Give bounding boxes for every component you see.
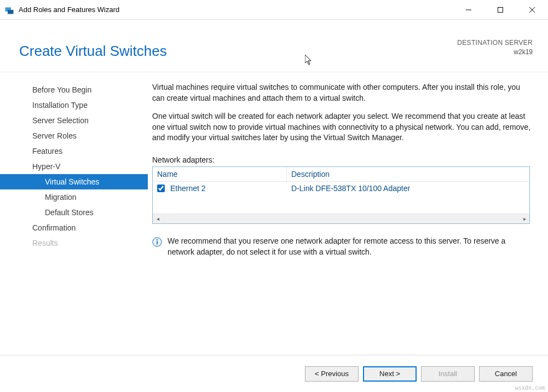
grid-header: Name Description bbox=[153, 167, 529, 182]
info-icon bbox=[152, 237, 162, 247]
install-button[interactable]: Install bbox=[421, 366, 475, 382]
sidebar-item-hyper-v[interactable]: Hyper-V bbox=[0, 159, 148, 174]
body: Before You BeginInstallation TypeServer … bbox=[0, 72, 548, 355]
info-text: We recommend that you reserve one networ… bbox=[168, 236, 533, 257]
destination-label: DESTINATION SERVER bbox=[457, 38, 533, 48]
sidebar-item-virtual-switches[interactable]: Virtual Switches bbox=[0, 174, 148, 189]
network-adapters-label: Network adapters: bbox=[152, 155, 533, 164]
svg-rect-8 bbox=[157, 241, 158, 244]
minimize-button[interactable] bbox=[453, 0, 484, 19]
sidebar-item-server-roles[interactable]: Server Roles bbox=[0, 128, 148, 143]
next-button[interactable]: Next > bbox=[363, 366, 417, 382]
column-header-description[interactable]: Description bbox=[287, 167, 529, 181]
previous-button[interactable]: < Previous bbox=[305, 366, 359, 382]
adapter-name: Ethernet 2 bbox=[170, 184, 291, 193]
content: Virtual machines require virtual switche… bbox=[148, 72, 548, 355]
close-button[interactable] bbox=[516, 0, 548, 19]
horizontal-scrollbar[interactable]: ◂ ▸ bbox=[153, 214, 529, 223]
sidebar-item-results: Results bbox=[0, 235, 148, 251]
sidebar-item-migration[interactable]: Migration bbox=[0, 189, 148, 205]
adapter-description: D-Link DFE-538TX 10/100 Adapter bbox=[291, 184, 525, 193]
info-note: We recommend that you reserve one networ… bbox=[152, 236, 533, 257]
page-title: Create Virtual Switches bbox=[19, 43, 167, 60]
svg-rect-3 bbox=[498, 7, 503, 12]
intro-paragraph-2: One virtual switch will be created for e… bbox=[152, 111, 533, 143]
intro-paragraph-1: Virtual machines require virtual switche… bbox=[152, 82, 533, 103]
cancel-button[interactable]: Cancel bbox=[479, 366, 533, 382]
footer: < Previous Next > Install Cancel bbox=[0, 355, 548, 392]
grid-body: Ethernet 2D-Link DFE-538TX 10/100 Adapte… bbox=[153, 182, 529, 214]
cursor-icon bbox=[305, 55, 314, 66]
window-controls bbox=[453, 0, 548, 19]
sidebar-item-server-selection[interactable]: Server Selection bbox=[0, 113, 148, 128]
app-icon bbox=[4, 5, 14, 15]
window-title: Add Roles and Features Wizard bbox=[19, 5, 453, 14]
svg-point-7 bbox=[157, 239, 158, 241]
destination-value: w2k19 bbox=[457, 48, 533, 57]
column-header-name[interactable]: Name bbox=[153, 167, 287, 181]
header: Create Virtual Switches DESTINATION SERV… bbox=[0, 20, 548, 72]
adapter-row[interactable]: Ethernet 2D-Link DFE-538TX 10/100 Adapte… bbox=[153, 182, 529, 195]
sidebar: Before You BeginInstallation TypeServer … bbox=[0, 72, 148, 355]
adapters-grid: Name Description Ethernet 2D-Link DFE-53… bbox=[152, 166, 530, 224]
sidebar-item-before-you-begin[interactable]: Before You Begin bbox=[0, 82, 148, 97]
scroll-right-icon[interactable]: ▸ bbox=[520, 214, 529, 224]
svg-rect-1 bbox=[8, 10, 14, 14]
adapter-checkbox[interactable] bbox=[157, 185, 165, 192]
sidebar-item-features[interactable]: Features bbox=[0, 143, 148, 159]
scroll-left-icon[interactable]: ◂ bbox=[153, 214, 163, 224]
titlebar: Add Roles and Features Wizard bbox=[0, 0, 548, 20]
destination-server: DESTINATION SERVER w2k19 bbox=[457, 38, 533, 57]
sidebar-item-default-stores[interactable]: Default Stores bbox=[0, 205, 148, 220]
watermark: wsxdn.com bbox=[515, 385, 545, 391]
maximize-button[interactable] bbox=[484, 0, 516, 19]
sidebar-item-confirmation[interactable]: Confirmation bbox=[0, 220, 148, 235]
sidebar-item-installation-type[interactable]: Installation Type bbox=[0, 97, 148, 113]
